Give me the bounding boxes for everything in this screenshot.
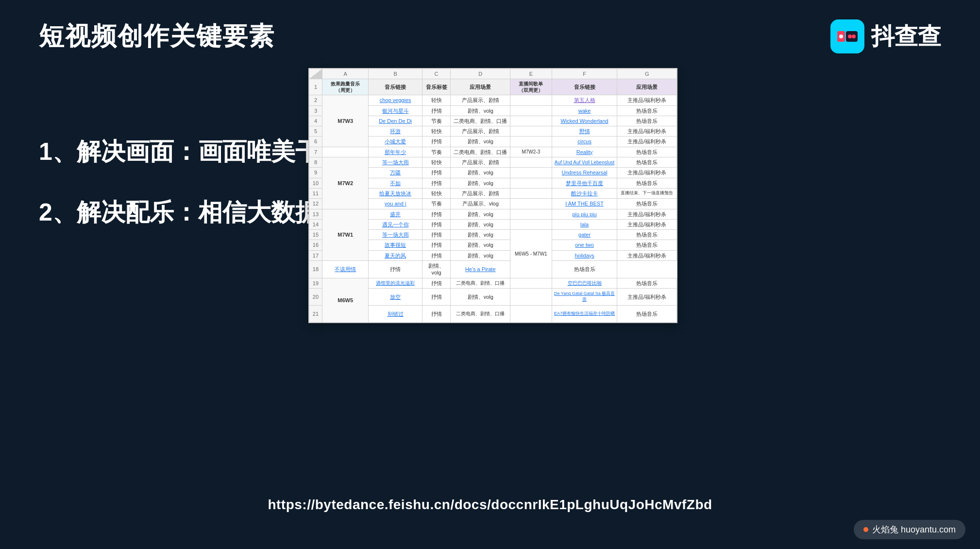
week-e-6	[510, 137, 552, 147]
live-song-16[interactable]: holidays	[552, 250, 617, 260]
live-song-6[interactable]: Reality	[552, 147, 617, 157]
row-num-8: 8	[309, 157, 322, 168]
live-scene-10: 直播结束、下一场直播预告	[617, 188, 677, 198]
live-scene-13: 主推品/福利秒杀	[617, 219, 677, 229]
song-dengyu-2[interactable]: 等一场大雨	[369, 230, 422, 240]
header-g: 应用场景	[617, 79, 677, 95]
week-e-10	[510, 178, 552, 188]
week-m7w2: M7W2	[322, 157, 369, 209]
point1: 1、解决画面：画面唯美干净	[39, 136, 344, 168]
live-song-9[interactable]: 梦里寻他千百度	[552, 178, 617, 188]
song-chop-veggies[interactable]: chop veggies	[369, 95, 422, 105]
tag-17: 抒情	[422, 250, 451, 260]
live-song-5[interactable]: circus	[552, 137, 617, 147]
song-buru[interactable]: 不如	[369, 178, 422, 188]
tag-8: 轻快	[422, 157, 451, 168]
live-song-11[interactable]: I AM THE BEST	[552, 199, 617, 209]
live-song-4[interactable]: 野情	[552, 126, 617, 137]
live-song-2[interactable]: wake	[552, 105, 617, 116]
live-scene-7: 热场音乐	[617, 157, 677, 168]
row-num-13: 13	[309, 209, 322, 219]
header-e: 直播间歌单（双周更）	[510, 79, 552, 95]
song-fangkong[interactable]: 放空	[369, 288, 422, 305]
song-youandi[interactable]: you and i	[369, 199, 422, 209]
tag-15: 抒情	[422, 230, 451, 240]
point2: 2、解决配乐：相信大数据	[39, 197, 344, 228]
live-scene-16: 主推品/福利秒杀	[617, 250, 677, 260]
song-gushiduanduansno[interactable]: 故事很短	[369, 240, 422, 250]
row-num-21: 21	[309, 305, 322, 322]
song-xiaocheng[interactable]: 小城大爱	[369, 137, 422, 147]
tag-12: 节奏	[422, 199, 451, 209]
row-num-5: 5	[309, 126, 322, 137]
tag-10: 抒情	[422, 178, 451, 188]
row-num-15: 15	[309, 230, 322, 240]
tag-18: 抒情	[369, 261, 422, 278]
song-xiatianfeng[interactable]: 夏天的风	[369, 250, 422, 260]
song-huanyou[interactable]: 环游	[369, 126, 422, 137]
row-num-16: 16	[309, 240, 322, 250]
song-wanjiang[interactable]: 万疆	[369, 168, 422, 178]
live-scene-2: 热场音乐	[617, 105, 677, 116]
col-e-label: E	[510, 69, 552, 79]
week-e-2	[510, 95, 552, 105]
scene-18: 剧情、volg	[422, 261, 451, 278]
song-yinhe[interactable]: 银河与星斗	[369, 105, 422, 116]
scene-15: 剧情、volg	[451, 230, 510, 240]
scene-13: 剧情、volg	[451, 209, 510, 219]
live-scene-12: 主推品/福利秒杀	[617, 209, 677, 219]
live-song-1[interactable]: 第五人格	[552, 95, 617, 105]
live-scene-9: 热场音乐	[617, 178, 677, 188]
bottom-url[interactable]: https://bytedance.feishu.cn/docs/doccnrI…	[0, 497, 980, 513]
tag-21: 抒情	[422, 305, 451, 322]
tag-14: 抒情	[422, 219, 451, 229]
song-yujian[interactable]: 遇见一个你	[369, 219, 422, 229]
col-g-label: G	[617, 69, 677, 79]
row-num-10: 10	[309, 178, 322, 188]
live-scene-17: 热场音乐	[552, 261, 617, 278]
live-song-7[interactable]: Auf Und Auf Voll Lebenslust	[552, 157, 617, 168]
song-buyonqing[interactable]: 不该用情	[322, 261, 369, 278]
week-m7w1: M7W1	[322, 209, 369, 260]
live-song-18[interactable]: 空巴巴巴嗒比啪	[552, 278, 617, 288]
row-num-6: 6	[309, 137, 322, 147]
row-num-19: 19	[309, 278, 322, 288]
svg-point-4	[848, 34, 852, 38]
song-geibingkuai[interactable]: 给夏天放块冰	[369, 188, 422, 198]
song-dengyu-1[interactable]: 等一场大雨	[369, 157, 422, 168]
scene-5: 产品展示、剧情	[451, 126, 510, 137]
live-song-14[interactable]: gater	[552, 230, 617, 240]
live-song-8[interactable]: Undress Rehearsal	[552, 168, 617, 178]
live-song-13[interactable]: lala	[552, 219, 617, 229]
live-scene-11: 热场音乐	[617, 199, 677, 209]
live-song-3[interactable]: Wicked Wonderland	[552, 116, 617, 126]
live-scene-20: 热场音乐	[617, 305, 677, 322]
row-num-3: 3	[309, 105, 322, 116]
live-song-19[interactable]: De Yang Gatal Gatal Sa 极高音质	[552, 288, 617, 305]
scene-9: 剧情、volg	[451, 168, 510, 178]
col-d-label: D	[451, 69, 510, 79]
song-nannianshao[interactable]: 那年年少	[369, 147, 422, 157]
live-song-20[interactable]: EA7拥有愉快生活福存十吨防晒	[552, 305, 617, 322]
song-biecuoguo[interactable]: 别错过	[369, 305, 422, 322]
header-b: 音乐链接	[369, 79, 422, 95]
song-shengkai[interactable]: 盛开	[369, 209, 422, 219]
left-content: 1、解决画面：画面唯美干净 2、解决配乐：相信大数据	[39, 136, 344, 228]
week-e-15: M6W5 - M7W1	[510, 230, 552, 278]
scene-12: 产品展示、vlog	[451, 199, 510, 209]
header-f: 音乐链接	[552, 79, 617, 95]
live-scene-15: 热场音乐	[617, 240, 677, 250]
song-jiuguan[interactable]: 酒馆里的流光溢彩	[369, 278, 422, 288]
tag-2: 轻快	[422, 95, 451, 105]
live-song-15[interactable]: one two	[552, 240, 617, 250]
tag-13: 抒情	[422, 209, 451, 219]
week-e-14	[510, 219, 552, 229]
song-dedendi[interactable]: De Den De Di	[369, 116, 422, 126]
live-song-17[interactable]: He's a Pirate	[451, 261, 510, 278]
week-m6w5: M6W5	[322, 278, 369, 322]
live-scene-3: 热场音乐	[617, 116, 677, 126]
live-song-12[interactable]: piu piu piu	[552, 209, 617, 219]
header-a: 效果跑量音乐（周更）	[322, 79, 369, 95]
live-song-10[interactable]: 酷沙卡拉卡	[552, 188, 617, 198]
tag-20: 抒情	[422, 288, 451, 305]
